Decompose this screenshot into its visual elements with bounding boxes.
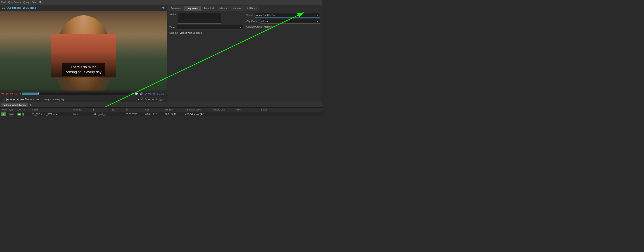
timeline-track[interactable] [22, 92, 131, 95]
cell-bin: video_with_s... [93, 113, 110, 115]
camera-icon[interactable]: 📷 [158, 98, 162, 101]
toolbar-quicksearch[interactable]: QuickSearch [8, 1, 20, 4]
tab-log-notes[interactable]: Log Notes [184, 6, 200, 11]
play-button[interactable]: ▶ [20, 92, 22, 95]
cell-in: 00:00:00'00 [126, 113, 146, 115]
toolbar-print[interactable]: Print [32, 1, 36, 4]
tab-summary[interactable]: Summary [168, 6, 184, 11]
export-icon[interactable]: ⬆ [155, 98, 158, 101]
type-badge: MP4 [9, 113, 14, 115]
tape-label: Tape: [170, 26, 175, 29]
flip-icon[interactable]: ⇄ [163, 98, 166, 101]
add-bin-btn[interactable]: + [28, 103, 32, 107]
col-duration: Duration [165, 108, 185, 111]
ext-badge-1[interactable]: ••• [18, 113, 21, 115]
cell-duration: 00:01:16'12 [165, 113, 185, 115]
col-headers: Poster Type Ext F P Name Underlyi... Bin… [0, 108, 322, 112]
tab-all-fields[interactable]: All Fields [244, 6, 259, 11]
s-marker[interactable]: S [132, 92, 134, 95]
toolbar-find[interactable]: Find [1, 1, 6, 4]
tape-select[interactable] [176, 25, 243, 30]
col-record: Record Date [213, 108, 235, 111]
back-icon[interactable]: ↩ [148, 98, 151, 101]
col-ext: Ext [18, 108, 24, 111]
status-select-wrapper: Apply Subtitle File [255, 13, 320, 18]
cell-out: 00:01:16'12 [146, 113, 165, 115]
poster-thumb: ▦ [1, 112, 6, 116]
cell-type: MP4 [9, 113, 18, 115]
tab-technical[interactable]: Technical [201, 6, 216, 11]
col-tape: Tape [110, 108, 126, 111]
timeline-playhead [38, 92, 40, 94]
col-type: Type [9, 108, 18, 111]
next-frame[interactable]: ▶| [16, 98, 20, 101]
video-title-bar: 01_Q2Process_WEB.mp4 👁 [0, 5, 167, 11]
dropdown-btn[interactable]: ▼ [137, 98, 140, 101]
cell-name: 01_Q2Process_WEB.mp4 [32, 113, 73, 115]
tab-markers[interactable]: Markers [230, 6, 244, 11]
table-row[interactable]: ▦ MP4 ••• ••• 01_Q2Process_WEB.mp4 Movie… [0, 112, 322, 116]
status-row: Status: Apply Subtitle File [246, 13, 320, 18]
tape-select-wrapper [176, 25, 243, 30]
loop-btn[interactable]: ↺ [141, 98, 144, 101]
col-out: Out [146, 108, 165, 111]
video-title: 01_Q2Process_WEB.mp4 [2, 6, 160, 10]
notes-label: Notes: [170, 13, 176, 15]
subtitle-caption: There's so much coming at us every day [25, 98, 136, 101]
catalog-group-row: Catalog Group: Markers [246, 25, 320, 29]
main-container: 01_Q2Process_WEB.mp4 👁 There's so much c… [0, 5, 322, 102]
col-name: Name [32, 108, 73, 111]
left-fields: Notes: Tape: Catalog: Videos with Subtit… [170, 13, 243, 35]
prev-frame[interactable]: ◀ [10, 98, 12, 101]
top-toolbar: Find QuickSearch Query Print More [0, 0, 322, 5]
status-label: Status: [246, 14, 254, 16]
tab-history[interactable]: History [217, 6, 230, 11]
video-area: There's so much coming at us every day [0, 11, 167, 91]
chat-icon[interactable]: 💬 [134, 92, 138, 95]
clip-owner-row: Clip Owner: admin [246, 19, 320, 24]
col-underlying: Underlyi... [73, 108, 93, 111]
clip-owner-select-wrapper: admin [260, 19, 320, 24]
catalog-row: Catalog: Videos with Subtitles [170, 31, 243, 35]
status-select[interactable]: Apply Subtitle File [255, 13, 320, 18]
play-pause[interactable]: ▶ [13, 98, 16, 101]
ext-badge-2[interactable]: ••• [22, 113, 24, 115]
right-fields: Status: Apply Subtitle File Clip Owner: … [246, 13, 320, 35]
col-p: P [28, 108, 32, 111]
timecode-start: 00:00:00'12 [1, 92, 19, 95]
audio-icon[interactable]: 🔊 [139, 92, 144, 95]
bottom-area: Videos with Subtitles + Poster Type Ext … [0, 102, 322, 126]
refresh-btn[interactable]: ↻ [144, 98, 147, 101]
slow-play[interactable]: ▶▶ [20, 98, 24, 101]
tape-row: Tape: [170, 25, 243, 30]
toolbar-query[interactable]: Query [23, 1, 29, 4]
clip-owner-select[interactable]: admin [260, 19, 320, 24]
col-f: F [24, 108, 28, 111]
skip-start[interactable]: |◀ [6, 98, 9, 101]
video-panel: 01_Q2Process_WEB.mp4 👁 There's so much c… [0, 5, 167, 102]
col-in: In [126, 108, 146, 111]
col-format: Format & Codec [185, 108, 213, 111]
cell-poster: ▦ [1, 112, 9, 116]
catalog-value: Videos with Subtitles [180, 31, 202, 35]
timeline-progress [22, 92, 39, 95]
bracket-in[interactable]: [ [1, 98, 3, 101]
catalog-group-value: Markers [264, 25, 273, 29]
cell-format: MPEG-4 Movie (AV... [185, 113, 213, 115]
notes-row: Notes: [170, 13, 243, 24]
bin-tabs: Videos with Subtitles + [0, 102, 322, 108]
fwd-icon[interactable]: ↪ [151, 98, 154, 101]
notes-input[interactable] [178, 13, 221, 24]
eye-icon[interactable]: 👁 [162, 6, 165, 10]
subtitle-overlay: There's so much coming at us every day [62, 63, 105, 76]
transport-bar: [ ] |◀ ◀ ▶ ▶| ▶▶ There's so much coming … [0, 97, 167, 102]
tabs-bar: Summary Log Notes Technical History Mark… [167, 5, 322, 11]
bracket-out[interactable]: ] [4, 98, 5, 101]
catalog-group-label: Catalog Group: [246, 25, 263, 28]
right-panel: Summary Log Notes Technical History Mark… [167, 5, 322, 102]
toolbar-more[interactable]: More [39, 1, 44, 4]
bin-tab-videos[interactable]: Videos with Subtitles [1, 103, 28, 107]
expand-icon[interactable]: ⤢ [144, 92, 147, 95]
col-bin: Bin [93, 108, 110, 111]
col-status: Status [261, 108, 278, 111]
